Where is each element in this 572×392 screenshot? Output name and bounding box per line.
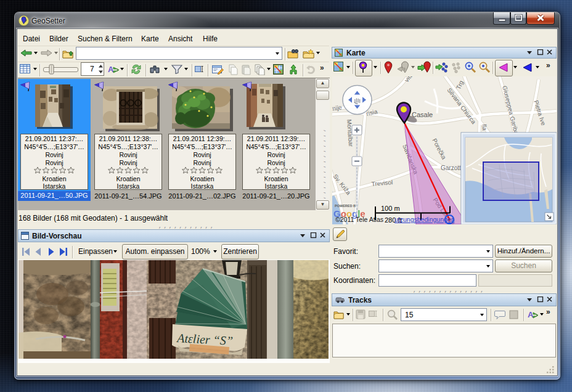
svg-text:lla: lla xyxy=(481,124,488,131)
svg-text:utzungsbedingungen: utzungsbedingungen xyxy=(394,216,455,223)
svg-text:A: A xyxy=(108,65,114,74)
svg-text:Garzott: Garzott xyxy=(441,165,461,171)
svg-text:100 m: 100 m xyxy=(381,205,400,212)
svg-text:A: A xyxy=(528,310,534,319)
svg-text:POWERED BY: POWERED BY xyxy=(335,204,358,208)
svg-text:Casale: Casale xyxy=(412,111,433,118)
svg-text:©2011 Tele Atlas: ©2011 Tele Atlas xyxy=(335,216,383,223)
